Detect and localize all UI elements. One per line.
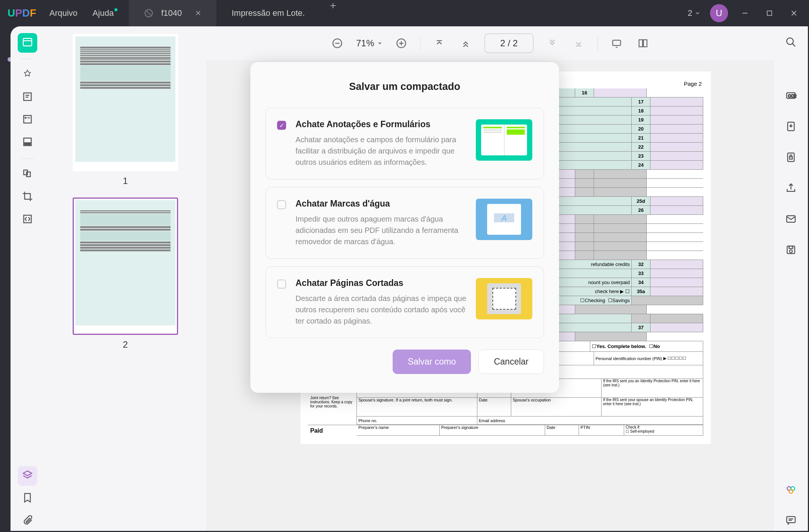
thumbnail-panel: 1 2	[44, 26, 206, 531]
thumbnail-1[interactable]: 1	[52, 34, 199, 186]
option-desc: Impedir que outros apaguem marcas d'água…	[296, 213, 466, 247]
form-button[interactable]	[18, 110, 37, 130]
option-title: Achatar Páginas Cortadas	[296, 278, 466, 288]
option-title: Achatar Marcas d'água	[296, 199, 466, 209]
svg-line-33	[792, 44, 795, 47]
svg-point-45	[789, 489, 793, 493]
close-button[interactable]	[786, 6, 801, 21]
tab-batch-print[interactable]: Impressão em Lote.	[216, 0, 320, 26]
svg-point-42	[789, 250, 792, 253]
menu-file[interactable]: Arquivo	[49, 8, 78, 18]
svg-point-32	[787, 38, 794, 45]
reader-mode-button[interactable]	[18, 33, 37, 53]
attach-button[interactable]	[18, 511, 37, 531]
option-annotations[interactable]: ✓ Achate Anotações e Formulários Achatar…	[265, 108, 544, 179]
option-watermark[interactable]: Achatar Marcas d'água Impedir que outros…	[265, 187, 544, 259]
menu-help[interactable]: Ajuda	[93, 8, 114, 18]
svg-rect-30	[639, 40, 643, 47]
highlight-button[interactable]	[18, 65, 37, 85]
option-title: Achate Anotações e Formulários	[296, 119, 466, 129]
right-toolbar: OCR	[774, 26, 808, 531]
zoom-in-button[interactable]	[394, 36, 409, 51]
dialog-title: Salvar um compactado	[265, 81, 544, 93]
tab-doc-icon	[144, 8, 154, 18]
prev-page-button[interactable]	[458, 36, 473, 51]
thumbnail-2[interactable]: 2	[52, 198, 199, 350]
next-page-button[interactable]	[545, 36, 560, 51]
comment-button[interactable]	[781, 511, 801, 531]
organize-pages-button[interactable]	[18, 165, 37, 184]
share-button[interactable]	[781, 179, 801, 199]
svg-marker-22	[378, 43, 381, 45]
svg-rect-11	[24, 116, 31, 123]
page-indicator[interactable]: 2 / 2	[484, 33, 533, 53]
email-button[interactable]	[781, 210, 801, 230]
user-avatar[interactable]: U	[710, 4, 728, 22]
search-button[interactable]	[781, 33, 801, 53]
option-cropped[interactable]: Achatar Páginas Cortadas Descarte a área…	[265, 266, 544, 338]
svg-marker-19	[23, 471, 32, 476]
svg-rect-38	[789, 157, 792, 159]
tab-title: f1040	[161, 8, 182, 18]
svg-rect-28	[613, 40, 621, 46]
titlebar: UPDF Arquivo Ajuda f1040 ✕ Impressão em …	[0, 0, 809, 26]
tab-title-2: Impressão em Lote.	[232, 8, 305, 18]
maximize-button[interactable]	[762, 6, 777, 21]
svg-text:OCR: OCR	[788, 94, 797, 98]
first-page-button[interactable]	[432, 36, 447, 51]
option-desc: Descarte a área cortada das páginas e im…	[296, 293, 466, 327]
cancel-button[interactable]: Cancelar	[478, 350, 544, 374]
ocr-button[interactable]: OCR	[781, 87, 801, 106]
edit-text-button[interactable]	[18, 88, 37, 107]
flatten-dialog: Salvar um compactado ✓ Achate Anotações …	[250, 62, 559, 393]
save-button[interactable]	[781, 241, 801, 260]
app-logo: UPDF	[8, 7, 36, 19]
svg-point-12	[25, 117, 26, 119]
redact-button[interactable]	[18, 133, 37, 152]
svg-line-1	[147, 11, 151, 15]
checkbox-annotations[interactable]: ✓	[277, 121, 286, 130]
zoom-level[interactable]: 71%	[356, 38, 382, 49]
thumb-1-number: 1	[52, 176, 199, 186]
bookmark-button[interactable]	[18, 489, 37, 508]
document-toolbar: 71% 2 / 2	[206, 26, 774, 60]
ai-button[interactable]	[781, 480, 801, 500]
svg-rect-46	[787, 517, 795, 523]
checkbox-cropped[interactable]	[277, 280, 286, 289]
svg-rect-6	[23, 38, 32, 46]
option-desc: Achatar anotações e campos de formulário…	[296, 134, 466, 168]
tab-close-icon[interactable]: ✕	[195, 9, 201, 18]
option-art-icon	[476, 119, 532, 161]
layers-button[interactable]	[18, 466, 37, 486]
minimize-button[interactable]	[737, 6, 753, 21]
left-toolbar	[11, 26, 44, 531]
view-mode-button[interactable]	[635, 36, 651, 51]
option-art-icon	[476, 278, 532, 319]
notification-badge[interactable]: 2	[688, 8, 701, 18]
svg-rect-31	[643, 40, 647, 47]
crop-button[interactable]	[18, 187, 37, 207]
tab-f1040[interactable]: f1040 ✕	[129, 0, 216, 26]
presentation-button[interactable]	[609, 36, 624, 51]
svg-rect-3	[767, 11, 772, 15]
checkbox-watermark[interactable]	[277, 200, 286, 209]
compress-button[interactable]	[18, 210, 37, 230]
thumb-2-number: 2	[52, 339, 199, 350]
svg-rect-41	[789, 246, 793, 248]
protect-button[interactable]	[781, 148, 801, 168]
convert-button[interactable]	[781, 117, 801, 137]
zoom-out-button[interactable]	[330, 36, 345, 51]
save-as-button[interactable]: Salvar como	[393, 350, 471, 374]
add-tab-button[interactable]: +	[328, 0, 339, 11]
svg-rect-15	[25, 143, 30, 145]
option-art-icon: A	[476, 199, 532, 240]
last-page-button[interactable]	[571, 36, 586, 51]
